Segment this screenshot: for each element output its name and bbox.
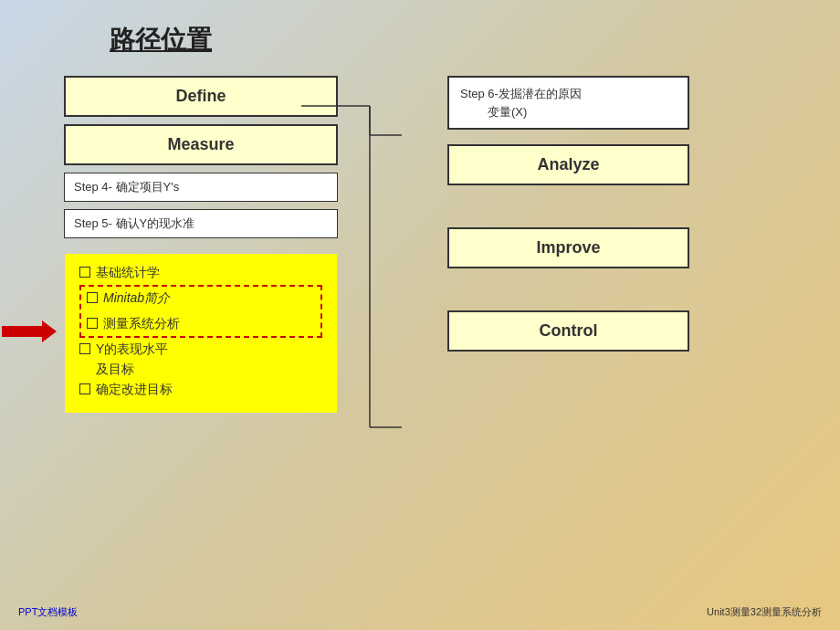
right-column: Step 6-发掘潜在的原因 变量(X) Analyze Improve Con… — [447, 76, 689, 414]
page-title: 路径位置 — [110, 23, 822, 58]
note-item-4: Y的表现水平 — [79, 341, 322, 358]
note-item-6: 确定改进目标 — [79, 382, 322, 398]
footer-left: PPT文档模板 — [18, 605, 78, 619]
note-item-5: 及目标 — [79, 362, 322, 378]
checkbox-icon-5 — [79, 383, 90, 394]
analyze-box: Analyze — [447, 144, 689, 185]
page-container: 路径位置 Define Measure Step 4- 确定项目Y's Step… — [0, 0, 840, 630]
footer-right: Unit3测量32测量系统分析 — [707, 605, 822, 619]
checkbox-icon-3 — [87, 318, 98, 329]
control-box: Control — [447, 310, 689, 352]
note-item-1: 基础统计学 — [79, 265, 322, 281]
checkbox-icon-2 — [87, 292, 98, 303]
bracket-connector — [297, 80, 406, 464]
svg-marker-0 — [2, 320, 57, 342]
checkbox-icon-1 — [79, 267, 90, 278]
step6-box: Step 6-发掘潜在的原因 变量(X) — [447, 76, 689, 130]
red-arrow-icon — [2, 320, 57, 342]
checkbox-icon-4 — [79, 343, 90, 354]
dashed-group: Minitab简介 测量系统分析 — [79, 285, 322, 338]
improve-box: Improve — [447, 227, 689, 268]
notes-list: 基础统计学 Minitab简介 测量系统分析 — [79, 265, 322, 398]
